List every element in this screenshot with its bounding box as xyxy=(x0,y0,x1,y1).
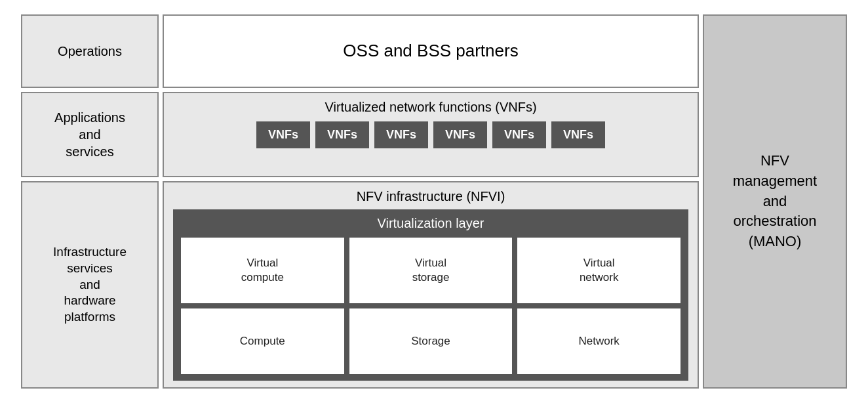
virtual-compute-cell: Virtualcompute xyxy=(181,238,344,303)
infra-services-label: Infrastructureservicesandhardwareplatfor… xyxy=(53,244,127,325)
nfvi-title: NFV infrastructure (NFVI) xyxy=(357,189,505,204)
virtual-storage-cell: Virtualstorage xyxy=(349,238,513,303)
nfvi-container: NFV infrastructure (NFVI) Virtualization… xyxy=(163,181,699,389)
infra-services-cell: Infrastructureservicesandhardwareplatfor… xyxy=(21,181,159,389)
storage-cell: Storage xyxy=(349,308,513,374)
vnf-box-1: VNFs xyxy=(256,121,310,148)
virtualization-layer: Virtualization layer Virtualcompute Virt… xyxy=(173,209,688,381)
mano-label: NFVmanagementandorchestration(MANO) xyxy=(733,151,817,252)
vnf-box-6: VNFs xyxy=(551,121,605,148)
vnf-box-2: VNFs xyxy=(315,121,369,148)
vnf-box-3: VNFs xyxy=(374,121,428,148)
vnf-box-4: VNFs xyxy=(433,121,487,148)
vnf-title: Virtualized network functions (VNFs) xyxy=(325,100,536,115)
operations-label: Operations xyxy=(58,43,122,60)
apps-services-cell: Applicationsandservices xyxy=(21,92,159,177)
vnf-boxes: VNFs VNFs VNFs VNFs VNFs VNFs xyxy=(256,121,605,148)
virtual-network-cell: Virtualnetwork xyxy=(517,238,681,303)
oss-bss-cell: OSS and BSS partners xyxy=(163,14,699,88)
oss-bss-label: OSS and BSS partners xyxy=(343,40,518,62)
operations-cell: Operations xyxy=(21,14,159,88)
virt-grid: Virtualcompute Virtualstorage Virtualnet… xyxy=(181,238,681,374)
network-cell: Network xyxy=(517,308,681,374)
compute-cell: Compute xyxy=(181,308,344,374)
vnf-box-5: VNFs xyxy=(492,121,546,148)
vnf-container: Virtualized network functions (VNFs) VNF… xyxy=(163,92,699,177)
mano-cell: NFVmanagementandorchestration(MANO) xyxy=(703,14,847,389)
nfv-architecture-diagram: Operations OSS and BSS partners Applicat… xyxy=(14,8,854,395)
virt-layer-title: Virtualization layer xyxy=(377,216,484,231)
apps-services-label: Applicationsandservices xyxy=(54,109,125,160)
